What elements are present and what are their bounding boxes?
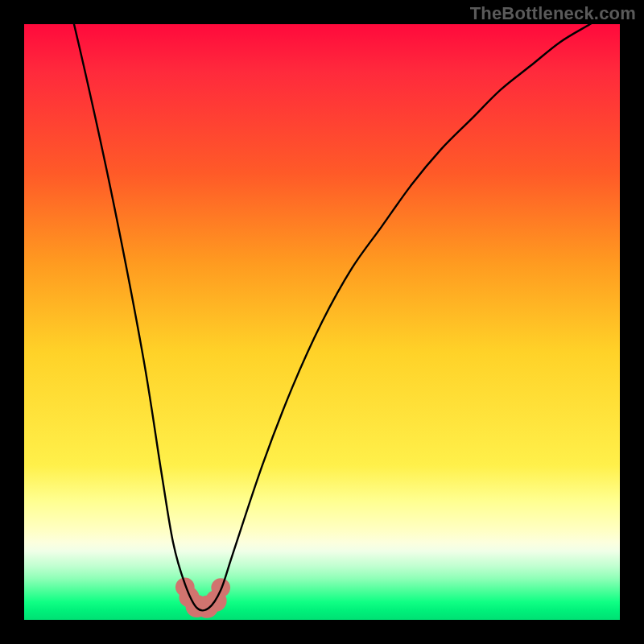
curve-layer <box>24 24 620 620</box>
chart-frame: TheBottleneck.com <box>0 0 644 644</box>
bump-group <box>175 577 230 617</box>
bottleneck-curve <box>24 24 620 610</box>
plot-area <box>24 24 620 620</box>
watermark-text: TheBottleneck.com <box>470 3 636 24</box>
